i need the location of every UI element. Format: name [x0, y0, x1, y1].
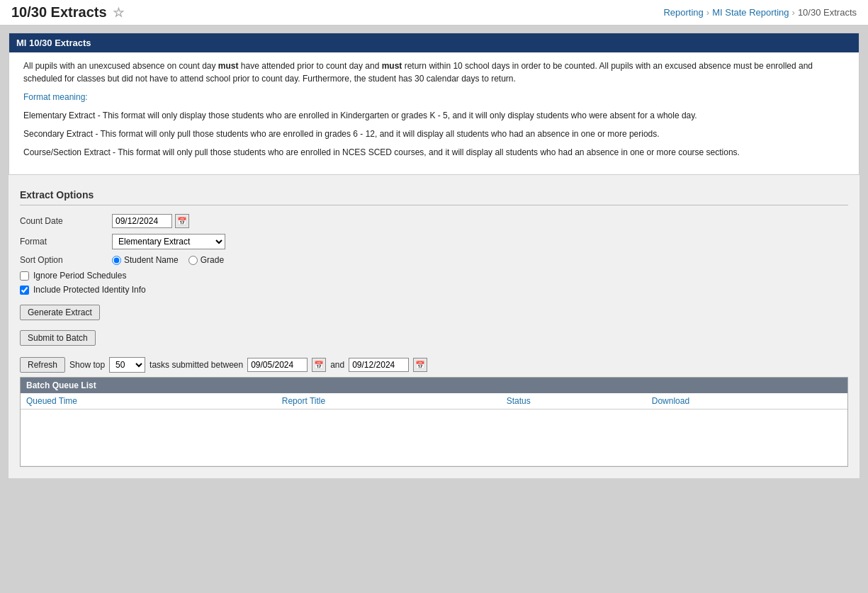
format-wrap: Elementary Extract Secondary Extract Cou…	[112, 234, 225, 249]
show-top-select[interactable]: 50 100 200	[109, 357, 145, 373]
batch-table-head: Queued Time Report Title Status Download	[21, 393, 847, 410]
count-date-wrap: 📅	[112, 214, 189, 228]
generate-extract-button[interactable]: Generate Extract	[20, 305, 100, 320]
tasks-label: tasks submitted between	[150, 360, 243, 370]
batch-table-body	[21, 410, 847, 466]
section-title: Extract Options	[20, 189, 848, 205]
info-box: MI 10/30 Extracts All pupils with an une…	[9, 33, 859, 175]
count-date-input[interactable]	[112, 214, 172, 228]
generate-btn-row: Generate Extract	[20, 305, 848, 320]
info-para-1: All pupils with an unexcused absence on …	[23, 60, 845, 85]
batch-queue-header: Batch Queue List	[21, 378, 847, 393]
batch-date-to-input[interactable]	[349, 358, 409, 372]
breadcrumb-sep-1: ›	[706, 7, 709, 18]
sort-option-row: Sort Option Student Name Grade	[20, 255, 848, 265]
sort-grade-label[interactable]: Grade	[188, 255, 224, 265]
count-date-row: Count Date 📅	[20, 214, 848, 228]
batch-section: Refresh Show top 50 100 200 tasks submit…	[20, 357, 848, 467]
include-protected-checkbox[interactable]	[20, 286, 29, 295]
count-date-calendar-icon[interactable]: 📅	[175, 214, 189, 228]
sort-grade-text: Grade	[201, 255, 224, 265]
breadcrumb: Reporting › MI State Reporting › 10/30 E…	[663, 7, 857, 18]
submit-btn-row: Submit to Batch	[20, 330, 848, 346]
format-select[interactable]: Elementary Extract Secondary Extract Cou…	[112, 234, 225, 249]
breadcrumb-reporting[interactable]: Reporting	[663, 7, 703, 18]
ignore-period-row: Ignore Period Schedules	[20, 271, 848, 281]
col-status[interactable]: Status	[501, 393, 646, 410]
show-top-label: Show top	[69, 360, 105, 370]
sort-student-name-text: Student Name	[124, 255, 179, 265]
batch-and-label: and	[330, 360, 344, 370]
info-course: Course/Section Extract - This format wil…	[23, 146, 845, 159]
info-elementary: Elementary Extract - This format will on…	[23, 109, 845, 122]
page-title-text: 10/30 Extracts	[11, 4, 107, 21]
include-protected-label[interactable]: Include Protected Identity Info	[33, 285, 146, 295]
top-bar: 10/30 Extracts ☆ Reporting › MI State Re…	[0, 0, 868, 26]
page-title: 10/30 Extracts ☆	[11, 4, 124, 21]
include-protected-row: Include Protected Identity Info	[20, 285, 848, 295]
col-download: Download	[646, 393, 847, 410]
ignore-period-checkbox[interactable]	[20, 271, 29, 281]
favorite-icon[interactable]: ☆	[113, 5, 124, 21]
batch-empty-row	[21, 410, 847, 466]
batch-table-header-row: Queued Time Report Title Status Download	[21, 393, 847, 410]
format-row: Format Elementary Extract Secondary Extr…	[20, 234, 848, 249]
batch-table-wrap: Batch Queue List Queued Time Report Titl…	[20, 377, 848, 467]
sort-grade-radio[interactable]	[188, 256, 198, 265]
col-queued-time[interactable]: Queued Time	[21, 393, 276, 410]
submit-to-batch-button[interactable]: Submit to Batch	[20, 330, 96, 346]
refresh-button[interactable]: Refresh	[20, 357, 65, 373]
info-header: MI 10/30 Extracts	[9, 33, 859, 52]
batch-table: Queued Time Report Title Status Download	[21, 393, 847, 466]
extract-options: Extract Options Count Date 📅 Format Elem…	[9, 182, 859, 478]
main-content: MI 10/30 Extracts All pupils with an une…	[9, 33, 859, 478]
info-secondary: Secondary Extract - This format will onl…	[23, 128, 845, 140]
sort-student-name-radio[interactable]	[112, 256, 121, 265]
breadcrumb-sep-2: ›	[792, 7, 795, 18]
col-report-title[interactable]: Report Title	[276, 393, 501, 410]
info-body: All pupils with an unexcused absence on …	[9, 52, 859, 174]
sort-student-name-label[interactable]: Student Name	[112, 255, 179, 265]
batch-date-from-input[interactable]	[247, 358, 308, 372]
sort-radio-group: Student Name Grade	[112, 255, 224, 265]
batch-date-to-calendar-icon[interactable]: 📅	[413, 358, 427, 372]
info-format-label: Format meaning:	[23, 91, 845, 103]
batch-controls: Refresh Show top 50 100 200 tasks submit…	[20, 357, 848, 373]
count-date-label: Count Date	[20, 216, 105, 226]
breadcrumb-current: 10/30 Extracts	[798, 7, 857, 18]
format-label: Format	[20, 237, 105, 247]
sort-option-label: Sort Option	[20, 255, 105, 265]
batch-empty-cell	[21, 410, 847, 466]
batch-date-from-calendar-icon[interactable]: 📅	[312, 358, 326, 372]
ignore-period-label[interactable]: Ignore Period Schedules	[33, 271, 126, 281]
breadcrumb-mi-state[interactable]: MI State Reporting	[712, 7, 789, 18]
